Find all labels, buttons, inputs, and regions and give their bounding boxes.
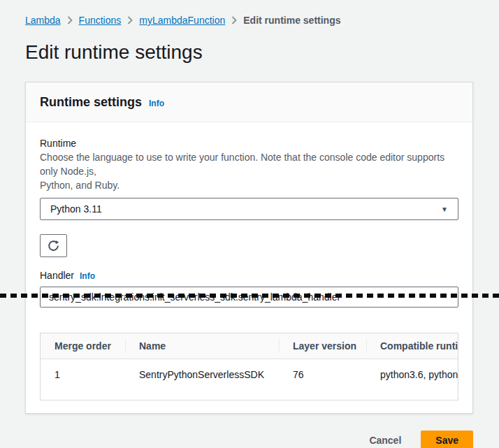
- handler-info-link[interactable]: Info: [80, 271, 95, 281]
- layers-table-row: 1 SentryPythonServerlessSDK 76 python3.6…: [41, 359, 458, 400]
- edit-runtime-settings-page: Lambda Functions myLambdaFunction Edit r…: [0, 0, 499, 448]
- breadcrumb-current-page: Edit runtime settings: [243, 15, 340, 26]
- column-header-compatible-runtimes[interactable]: Compatible runtimes: [366, 333, 458, 359]
- chevron-right-icon: [127, 16, 133, 24]
- save-button[interactable]: Save: [421, 431, 473, 448]
- layers-table-header-row: Merge order Name Layer version Compatibl…: [41, 333, 458, 359]
- column-header-layer-version[interactable]: Layer version: [279, 333, 366, 359]
- refresh-runtimes-button[interactable]: [40, 234, 67, 257]
- panel-header: Runtime settings Info: [26, 82, 472, 122]
- chevron-down-icon: ▼: [441, 205, 448, 213]
- panel-info-link[interactable]: Info: [149, 99, 164, 108]
- handler-input[interactable]: [40, 287, 458, 308]
- runtime-label: Runtime: [40, 136, 458, 150]
- runtime-settings-panel: Runtime settings Info Runtime Choose the…: [25, 82, 473, 414]
- runtime-select-value: Python 3.11: [50, 203, 102, 215]
- page-title: Edit runtime settings: [25, 40, 499, 65]
- cell-layer-version: 76: [279, 359, 366, 400]
- cell-compatible-runtimes: python3.6, python: [366, 359, 458, 400]
- cancel-button[interactable]: Cancel: [369, 431, 401, 448]
- breadcrumb: Lambda Functions myLambdaFunction Edit r…: [0, 0, 499, 26]
- panel-title: Runtime settings: [40, 94, 142, 110]
- breadcrumb-link-functions[interactable]: Functions: [79, 15, 122, 26]
- breadcrumb-link-function-name[interactable]: myLambdaFunction: [139, 15, 225, 26]
- cell-merge-order: 1: [41, 359, 125, 400]
- handler-label-row: Handler Info: [40, 268, 458, 282]
- runtime-description-line2: Python, and Ruby.: [40, 180, 120, 191]
- runtime-description-line1: Choose the language to use to write your…: [40, 152, 444, 177]
- breadcrumb-link-lambda[interactable]: Lambda: [25, 15, 61, 26]
- refresh-icon: [48, 240, 59, 252]
- panel-body: Runtime Choose the language to use to wr…: [26, 122, 472, 413]
- chevron-right-icon: [231, 16, 237, 24]
- runtime-select[interactable]: Python 3.11 ▼: [40, 198, 458, 220]
- column-header-merge-order[interactable]: Merge order: [41, 333, 125, 359]
- column-header-name[interactable]: Name: [125, 333, 279, 359]
- layers-table: Merge order Name Layer version Compatibl…: [40, 333, 458, 400]
- chevron-right-icon: [67, 16, 73, 24]
- handler-label: Handler: [40, 268, 74, 282]
- form-actions: Cancel Save: [0, 431, 473, 448]
- runtime-description: Choose the language to use to write your…: [40, 150, 458, 192]
- cell-name: SentryPythonServerlessSDK: [125, 359, 279, 400]
